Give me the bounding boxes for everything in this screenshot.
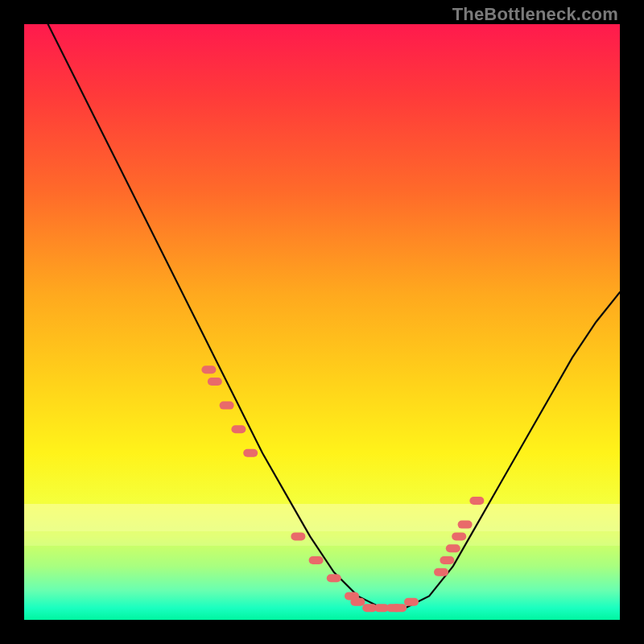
highlight-marker xyxy=(434,568,448,576)
highlight-marker xyxy=(291,532,305,540)
chart-svg xyxy=(24,24,620,620)
highlight-marker xyxy=(243,449,258,457)
highlight-marker xyxy=(458,521,473,529)
highlight-marker xyxy=(392,604,407,612)
highlight-marker xyxy=(231,425,246,433)
chart-plot-area xyxy=(24,24,620,620)
highlight-markers-group xyxy=(201,365,484,612)
highlight-marker xyxy=(350,598,365,606)
highlight-marker xyxy=(201,365,216,374)
highlight-marker xyxy=(309,556,324,564)
watermark-text: TheBottleneck.com xyxy=(452,4,618,25)
highlight-marker xyxy=(327,574,341,582)
highlight-marker xyxy=(220,402,234,410)
highlight-marker xyxy=(404,598,419,606)
highlight-marker xyxy=(208,378,222,386)
bottleneck-curve-line xyxy=(48,24,620,608)
highlight-marker xyxy=(469,497,484,505)
highlight-marker xyxy=(446,544,460,552)
highlight-marker xyxy=(440,556,454,564)
highlight-marker xyxy=(452,532,466,540)
